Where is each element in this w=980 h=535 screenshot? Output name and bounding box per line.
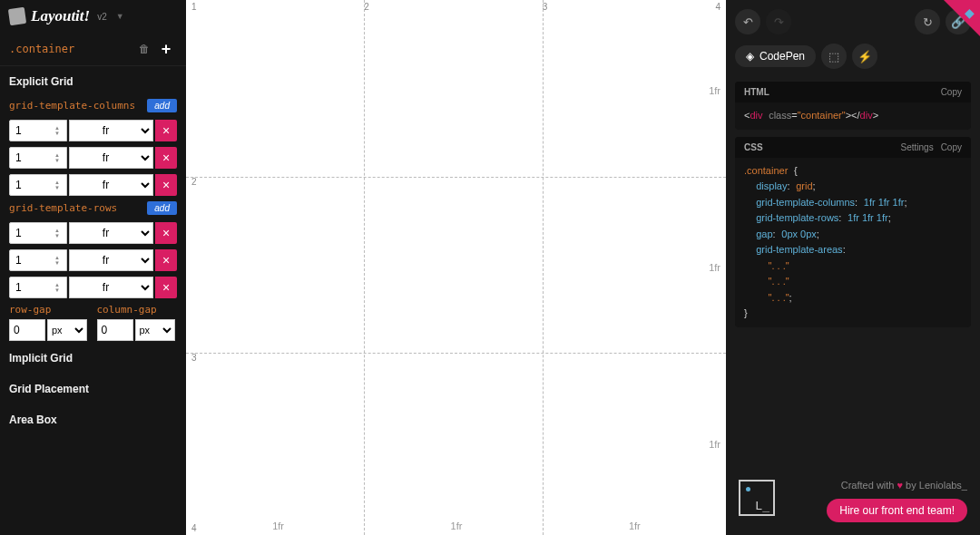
row-size-label[interactable]: 1fr bbox=[709, 85, 720, 96]
container-selector[interactable]: .container bbox=[9, 43, 133, 55]
html-code-body[interactable]: <div class="container"></div> bbox=[735, 102, 971, 130]
codesandbox-button[interactable]: ⬚ bbox=[821, 44, 847, 69]
column-gap-unit[interactable]: px bbox=[135, 319, 175, 341]
col-unit-select[interactable]: fr bbox=[69, 174, 153, 196]
copy-html-button[interactable]: Copy bbox=[941, 87, 962, 97]
html-lang-label: HTML bbox=[744, 87, 934, 97]
grid-template-columns-row: grid-template-columns add bbox=[0, 97, 186, 118]
chevron-down-icon[interactable]: ▼ bbox=[116, 12, 124, 21]
css-lang-label: CSS bbox=[744, 142, 894, 152]
github-icon[interactable]: ◆ bbox=[965, 5, 975, 20]
col-line-label: 1 bbox=[191, 2, 197, 12]
col-size-label[interactable]: 1fr bbox=[451, 520, 463, 531]
credit-text: Crafted with ♥ by Leniolabs_ bbox=[841, 480, 967, 491]
add-row-button[interactable]: add bbox=[147, 201, 177, 215]
row-track-2: ▲▼fr× bbox=[0, 275, 186, 302]
toolbar: ↶ ↷ ↻ 🔗 bbox=[726, 0, 980, 44]
spinner-icon[interactable]: ▲▼ bbox=[54, 148, 65, 168]
logo-version: v2 bbox=[97, 12, 107, 22]
css-settings-button[interactable]: Settings bbox=[901, 142, 934, 152]
add-column-button[interactable]: add bbox=[147, 99, 177, 112]
row-unit-select[interactable]: fr bbox=[69, 277, 153, 298]
undo-button[interactable]: ↶ bbox=[735, 9, 760, 34]
col-track-1: ▲▼fr× bbox=[0, 145, 186, 172]
row-size-label[interactable]: 1fr bbox=[709, 439, 720, 450]
delete-row-button[interactable]: × bbox=[155, 277, 177, 298]
css-code-body[interactable]: .container { display: grid; grid-templat… bbox=[735, 158, 971, 327]
github-corner[interactable] bbox=[944, 0, 980, 36]
delete-col-button[interactable]: × bbox=[155, 120, 177, 141]
grid-placement-heading[interactable]: Grid Placement bbox=[0, 374, 186, 404]
redo-button[interactable]: ↷ bbox=[766, 9, 791, 34]
right-panel: ◆ ↶ ↷ ↻ 🔗 ◈CodePen ⬚ ⚡ HTML Copy <div cl… bbox=[726, 0, 980, 535]
col-size-label[interactable]: 1fr bbox=[272, 520, 284, 531]
column-gap-input[interactable] bbox=[97, 319, 133, 341]
row-track-0: ▲▼fr× bbox=[0, 220, 186, 248]
spinner-icon[interactable]: ▲▼ bbox=[54, 175, 65, 195]
export-row: ◈CodePen ⬚ ⚡ bbox=[726, 44, 980, 78]
css-code-panel: CSS Settings Copy .container { display: … bbox=[735, 137, 971, 327]
row-line-label: 4 bbox=[191, 523, 197, 533]
logo-row: Layoutit! v2 ▼ bbox=[0, 0, 186, 33]
gap-section: row-gap px column-gap px bbox=[0, 302, 186, 343]
copy-css-button[interactable]: Copy bbox=[941, 142, 962, 152]
area-box-heading[interactable]: Area Box bbox=[0, 404, 186, 435]
col-track-2: ▲▼fr× bbox=[0, 172, 186, 199]
col-unit-select[interactable]: fr bbox=[69, 147, 153, 169]
grid-canvas[interactable]: 1 2 3 4 2 3 4 1fr 1fr 1fr 1fr 1fr 1fr bbox=[186, 0, 726, 535]
grid-line-horizontal bbox=[186, 177, 726, 178]
prop-label-rows: grid-template-rows bbox=[9, 202, 143, 214]
row-unit-select[interactable]: fr bbox=[69, 222, 153, 244]
row-gap-label: row-gap bbox=[9, 304, 90, 316]
row-gap-input[interactable] bbox=[9, 319, 45, 341]
col-line-label: 4 bbox=[715, 2, 720, 12]
delete-col-button[interactable]: × bbox=[155, 147, 177, 169]
codepen-button[interactable]: ◈CodePen bbox=[735, 45, 816, 67]
col-track-0: ▲▼fr× bbox=[0, 118, 186, 145]
implicit-grid-heading[interactable]: Implicit Grid bbox=[0, 343, 186, 374]
stackblitz-button[interactable]: ⚡ bbox=[852, 44, 877, 69]
grid-line-vertical bbox=[364, 0, 365, 535]
spinner-icon[interactable]: ▲▼ bbox=[54, 250, 65, 270]
grid-line-vertical bbox=[543, 0, 544, 535]
codepen-icon: ◈ bbox=[746, 50, 754, 63]
leniolabs-logo[interactable] bbox=[739, 480, 775, 516]
delete-col-button[interactable]: × bbox=[155, 174, 177, 196]
spinner-icon[interactable]: ▲▼ bbox=[54, 121, 65, 141]
container-row: .container 🗑 + bbox=[0, 33, 186, 66]
row-line-label: 2 bbox=[191, 177, 197, 187]
delete-row-button[interactable]: × bbox=[155, 222, 177, 244]
row-track-1: ▲▼fr× bbox=[0, 248, 186, 275]
html-code-panel: HTML Copy <div class="container"></div> bbox=[735, 82, 971, 130]
trash-icon[interactable]: 🗑 bbox=[133, 38, 155, 60]
column-gap-label: column-gap bbox=[97, 304, 178, 316]
explicit-grid-heading: Explicit Grid bbox=[0, 66, 186, 97]
reset-button[interactable]: ↻ bbox=[915, 9, 940, 34]
row-gap-unit[interactable]: px bbox=[47, 319, 87, 341]
add-area-button[interactable]: + bbox=[155, 38, 177, 60]
spinner-icon[interactable]: ▲▼ bbox=[54, 223, 65, 243]
spinner-icon[interactable]: ▲▼ bbox=[54, 277, 65, 297]
hire-button[interactable]: Hire our front end team! bbox=[827, 499, 967, 522]
logo-text: Layoutit! bbox=[31, 7, 90, 25]
delete-row-button[interactable]: × bbox=[155, 249, 177, 271]
row-size-label[interactable]: 1fr bbox=[709, 262, 720, 273]
grid-template-rows-row: grid-template-rows add bbox=[0, 199, 186, 220]
footer: Crafted with ♥ by Leniolabs_ Hire our fr… bbox=[726, 467, 980, 535]
grid-line-horizontal bbox=[186, 353, 726, 354]
logo-icon bbox=[8, 7, 26, 25]
row-unit-select[interactable]: fr bbox=[69, 249, 153, 271]
col-size-label[interactable]: 1fr bbox=[629, 520, 641, 531]
row-line-label: 3 bbox=[191, 353, 197, 363]
prop-label-cols: grid-template-columns bbox=[9, 100, 143, 112]
col-unit-select[interactable]: fr bbox=[69, 120, 153, 141]
sidebar: Layoutit! v2 ▼ .container 🗑 + Explicit G… bbox=[0, 0, 186, 535]
